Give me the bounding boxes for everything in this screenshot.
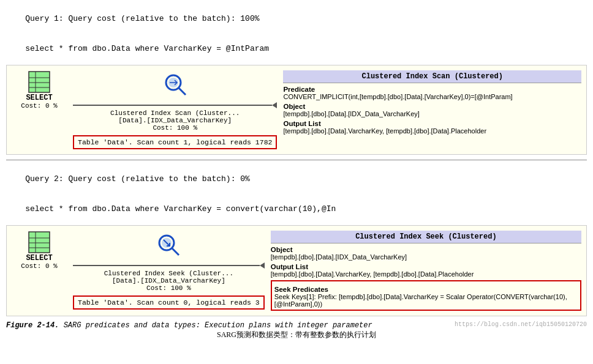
clustered-index-seek-icon xyxy=(154,231,183,259)
query2-arrow-line xyxy=(73,265,260,266)
query2-output-label: Output List xyxy=(271,263,581,270)
figure-bold-label: Figure 2-14. xyxy=(6,321,59,330)
query1-select-panel: SELECT Cost: 0 % xyxy=(12,70,67,110)
query1-select-cost: Cost: 0 % xyxy=(21,102,57,110)
query2-right-title: Clustered Index Seek (Clustered) xyxy=(271,231,581,243)
query1-warn-box: Table 'Data'. Scan count 1, logical read… xyxy=(73,135,277,149)
query2-seek-predicates-box: Seek Predicates Seek Keys[1]: Prefix: [t… xyxy=(271,280,581,311)
query1-object-label: Object xyxy=(283,103,581,110)
query1-block: SELECT Cost: 0 % xyxy=(6,65,587,155)
query2-object-value: [tempdb].[dbo].[Data].[IDX_Data_VarcharK… xyxy=(271,253,581,261)
query2-select-cost: Cost: 0 % xyxy=(21,262,57,270)
query1-select-label: SELECT xyxy=(26,94,52,102)
query1-object-value: [tempdb].[dbo].[Data].[IDX_Data_VarcharK… xyxy=(283,110,581,117)
query1-predicate-label: Predicate xyxy=(283,86,581,93)
query1-output-label: Output List xyxy=(283,120,581,127)
query1-execution-area: SELECT Cost: 0 % xyxy=(12,70,581,149)
query1-right-title: Clustered Index Scan (Clustered) xyxy=(283,70,581,83)
svg-line-14 xyxy=(172,248,179,255)
query2-arrow-label1: Clustered Index Seek (Cluster... xyxy=(104,270,233,277)
query1-arrow-label2: [Data].[IDX_Data_VarcharKey] xyxy=(118,117,232,124)
query1-header: Query 1: Query cost (relative to the bat… xyxy=(6,5,587,32)
query1-arrow-label1: Clustered Index Scan (Cluster... xyxy=(110,110,240,117)
query2-right-panel: Clustered Index Seek (Clustered) Object … xyxy=(271,231,581,311)
query2-arrow-row xyxy=(73,262,265,269)
divider1 xyxy=(6,160,587,160)
query2-mid-panel: Clustered Index Seek (Cluster... [Data].… xyxy=(73,231,265,310)
query1-line2: select * from dbo.Data where VarcharKey … xyxy=(25,44,269,53)
query2-seek-label: Seek Predicates xyxy=(274,286,578,293)
query2-execution-area: SELECT Cost: 0 % xyxy=(12,231,581,311)
query1-right-panel: Clustered Index Scan (Clustered) Predica… xyxy=(283,70,581,135)
query1-arrow-cost: Cost: 100 % xyxy=(153,124,197,132)
query2-arrow-cost: Cost: 100 % xyxy=(146,284,191,292)
query2-warn-box: Table 'Data'. Scan count 0, logical read… xyxy=(73,295,265,310)
query2-header: Query 2: Query cost (relative to the bat… xyxy=(6,165,587,193)
query2-line2-container: select * from dbo.Data where VarcharKey … xyxy=(6,195,587,223)
watermark: https://blog.csdn.net/iqb15050120720 xyxy=(455,321,587,328)
query2-line1: Query 2: Query cost (relative to the bat… xyxy=(25,174,250,184)
query1-arrow-head xyxy=(272,102,277,108)
query2-right-body: Object [tempdb].[dbo].[Data].[IDX_Data_V… xyxy=(271,246,581,311)
select-table-icon xyxy=(28,70,51,94)
query2-seek-value: Seek Keys[1]: Prefix: [tempdb].[dbo].[Da… xyxy=(274,293,578,308)
query1-right-body: Predicate CONVERT_IMPLICIT(int,[tempdb].… xyxy=(283,86,581,135)
query1-predicate-value: CONVERT_IMPLICIT(int,[tempdb].[dbo].[Dat… xyxy=(283,93,581,100)
query1-arrow-row xyxy=(73,102,277,108)
clustered-index-scan-icon xyxy=(161,70,189,98)
query2-output-value: [tempdb].[dbo].[Data].VarcharKey, [tempd… xyxy=(271,270,581,278)
figure-italic-text: SARG predicates and data types: Executio… xyxy=(64,321,372,330)
svg-line-6 xyxy=(179,88,186,95)
svg-rect-0 xyxy=(29,72,50,92)
query2-select-label: SELECT xyxy=(26,254,52,262)
query2-block: SELECT Cost: 0 % xyxy=(6,225,587,316)
query2-arrow-head xyxy=(260,262,265,269)
figure-caption: Figure 2-14. SARG predicates and data ty… xyxy=(6,321,587,330)
query2-warn-text: Table 'Data'. Scan count 0, logical read… xyxy=(78,299,260,306)
query1-warn-text: Table 'Data'. Scan count 1, logical read… xyxy=(78,138,272,146)
query2-arrow-label2: [Data].[IDX_Data_VarcharKey] xyxy=(112,277,225,284)
query1-line2-container: select * from dbo.Data where VarcharKey … xyxy=(6,35,587,62)
main-container: Query 1: Query cost (relative to the bat… xyxy=(0,0,593,345)
query1-arrow-line xyxy=(73,105,272,106)
chinese-caption: SARG预测和数据类型：带有整数参数的执行计划 xyxy=(6,330,587,340)
query1-scan-icon-container xyxy=(161,70,189,101)
query2-select-table-icon xyxy=(28,231,51,254)
query2-select-panel: SELECT Cost: 0 % xyxy=(12,231,67,270)
query1-output-value: [tempdb].[dbo].[Data].VarcharKey, [tempd… xyxy=(283,127,581,135)
query2-line2: select * from dbo.Data where VarcharKey … xyxy=(25,204,336,214)
query1-mid-panel: Clustered Index Scan (Cluster... [Data].… xyxy=(73,70,277,149)
query2-seek-icon-container xyxy=(154,231,183,261)
query2-object-label: Object xyxy=(271,246,581,253)
svg-rect-8 xyxy=(29,232,50,253)
query1-line1: Query 1: Query cost (relative to the bat… xyxy=(25,14,259,23)
